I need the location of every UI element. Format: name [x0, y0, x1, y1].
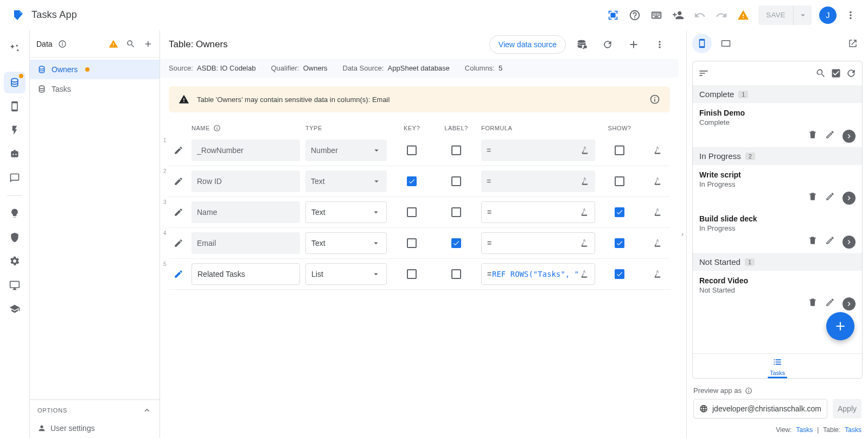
checkbox[interactable]: [615, 238, 624, 248]
checkbox[interactable]: [451, 207, 461, 217]
column-type-select[interactable]: Text: [305, 170, 387, 192]
rail-views-button[interactable]: [4, 96, 25, 117]
preview-tablet-tab[interactable]: [716, 34, 736, 53]
rail-actions-button[interactable]: [4, 119, 25, 141]
edit-column-button[interactable]: [171, 238, 186, 248]
keyboard-shortcuts-button[interactable]: [646, 4, 667, 26]
edit-column-button[interactable]: [171, 145, 186, 155]
share-button[interactable]: [667, 4, 689, 26]
column-type-select[interactable]: Text: [305, 232, 387, 254]
checkbox[interactable]: [451, 269, 461, 279]
warning-icon[interactable]: [108, 39, 118, 49]
editor-more-button[interactable]: [649, 34, 670, 55]
edit-item-button[interactable]: [825, 297, 835, 307]
rail-automation-button[interactable]: [4, 143, 25, 165]
checkbox[interactable]: [451, 176, 461, 186]
edit-item-button[interactable]: [825, 236, 835, 245]
open-preview-button[interactable]: [843, 34, 863, 53]
rail-chat-button[interactable]: [4, 167, 25, 189]
edit-column-button[interactable]: [171, 269, 186, 279]
delete-item-button[interactable]: [808, 236, 818, 245]
banner-info-button[interactable]: [649, 94, 660, 105]
rail-data-button[interactable]: [4, 72, 25, 93]
search-data-button[interactable]: [126, 39, 136, 49]
column-type-select[interactable]: Text: [305, 201, 387, 223]
preview-phone-tab[interactable]: [692, 34, 712, 53]
rail-intelligence-button[interactable]: [4, 202, 25, 224]
regen-button[interactable]: [597, 34, 618, 55]
rail-autofix-button[interactable]: [4, 38, 25, 60]
help-button[interactable]: [624, 4, 646, 26]
preview-table-link[interactable]: Tasks: [845, 426, 861, 434]
open-item-button[interactable]: [843, 130, 856, 143]
preview-list-item[interactable]: Write scriptIn Progress: [693, 165, 862, 209]
view-data-source-button[interactable]: View data source: [489, 35, 566, 54]
checkbox[interactable]: [615, 269, 624, 279]
checkbox[interactable]: [407, 269, 417, 279]
rail-manage-button[interactable]: [4, 274, 25, 296]
ai-scan-button[interactable]: [602, 4, 624, 26]
add-column-button[interactable]: [623, 34, 644, 55]
open-item-button[interactable]: [843, 236, 856, 249]
info-icon[interactable]: [213, 124, 221, 132]
checkbox[interactable]: [615, 176, 624, 186]
preview-collapse-handle[interactable]: [679, 30, 686, 438]
column-name-input[interactable]: Email: [192, 232, 300, 254]
data-tree-item[interactable]: Tasks: [30, 79, 159, 99]
preview-group-header[interactable]: In Progress2: [693, 147, 862, 165]
open-item-button[interactable]: [843, 192, 856, 205]
add-table-button[interactable]: [143, 39, 153, 49]
formula-input[interactable]: = REF_ROWS("Tasks", ": [481, 263, 595, 285]
formula-input[interactable]: =: [481, 170, 595, 192]
edit-column-button[interactable]: [171, 207, 186, 217]
checkbox[interactable]: [407, 207, 417, 217]
data-tree-item[interactable]: Owners: [30, 60, 159, 79]
preview-list-item[interactable]: Record VideoNot Started: [693, 271, 862, 315]
info-icon[interactable]: [745, 387, 752, 395]
test-button[interactable]: [644, 145, 671, 155]
preview-bottom-nav[interactable]: Tasks: [693, 353, 862, 378]
save-options-dropdown[interactable]: [793, 5, 812, 25]
checkbox[interactable]: [615, 145, 624, 155]
column-name-input[interactable]: Row ID: [192, 170, 300, 192]
preview-refresh-button[interactable]: [846, 68, 857, 79]
options-toggle[interactable]: OPTIONS: [30, 399, 159, 421]
app-warnings-button[interactable]: [732, 4, 754, 26]
info-icon[interactable]: [58, 40, 67, 48]
checkbox[interactable]: [407, 238, 417, 248]
preview-apply-button[interactable]: Apply: [833, 399, 861, 418]
checkbox[interactable]: [615, 207, 624, 217]
formula-input[interactable]: =: [481, 232, 595, 254]
column-type-select[interactable]: List: [305, 263, 387, 285]
preview-view-link[interactable]: Tasks: [796, 426, 813, 434]
table-settings-button[interactable]: [571, 34, 592, 55]
rail-learn-button[interactable]: [4, 298, 25, 320]
edit-item-button[interactable]: [825, 192, 835, 201]
undo-button[interactable]: [689, 4, 711, 26]
sort-icon[interactable]: [698, 68, 709, 79]
test-button[interactable]: [644, 176, 671, 186]
preview-search-button[interactable]: [815, 68, 826, 79]
account-avatar[interactable]: J: [819, 7, 837, 24]
preview-group-header[interactable]: Not Started1: [693, 253, 862, 271]
delete-item-button[interactable]: [808, 192, 818, 201]
edit-item-button[interactable]: [825, 130, 835, 139]
rail-security-button[interactable]: [4, 226, 25, 248]
appbar-more-button[interactable]: [840, 4, 861, 26]
formula-input[interactable]: =: [481, 139, 595, 161]
formula-input[interactable]: =: [481, 201, 595, 223]
edit-column-button[interactable]: [171, 176, 186, 186]
preview-list-item[interactable]: Build slide deckIn Progress: [693, 209, 862, 253]
column-name-input[interactable]: Related Tasks: [192, 263, 300, 285]
checkbox[interactable]: [407, 176, 417, 186]
delete-item-button[interactable]: [808, 297, 818, 307]
test-button[interactable]: [644, 269, 671, 279]
preview-as-email-input[interactable]: jdeveloper@christianschalk.com: [693, 399, 827, 418]
user-settings-link[interactable]: User settings: [30, 421, 159, 438]
redo-button[interactable]: [711, 4, 732, 26]
test-button[interactable]: [644, 238, 671, 248]
delete-item-button[interactable]: [808, 130, 818, 139]
preview-list-item[interactable]: Finish DemoComplete: [693, 103, 862, 147]
preview-fab-add[interactable]: [826, 312, 854, 340]
checkbox[interactable]: [451, 145, 461, 155]
